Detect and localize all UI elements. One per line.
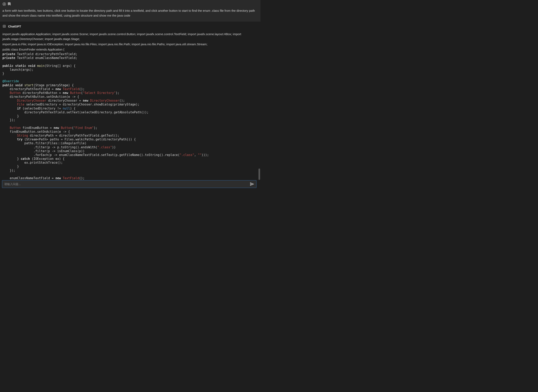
assistant-header: ChatGPT: [2, 24, 258, 28]
svg-rect-2: [3, 25, 5, 28]
user-label: 我: [8, 2, 11, 6]
scrollbar-thumb[interactable]: [258, 168, 260, 180]
assistant-imports1: import javafx.application.Application; i…: [2, 32, 258, 42]
assistant-imports2: import java.io.File; import java.io.IOEx…: [2, 42, 258, 47]
svg-point-1: [4, 3, 5, 4]
send-icon[interactable]: [250, 182, 254, 186]
chatgpt-icon: [2, 24, 6, 28]
assistant-classdecl: public class EnumFinder extends Applicat…: [2, 47, 258, 52]
code-block: private TextField directoryPathTextField…: [2, 52, 258, 184]
user-icon: [2, 2, 6, 6]
input-bar: [2, 180, 257, 188]
user-header: 我: [2, 2, 258, 6]
user-text: a form with two textfields, two buttons,…: [2, 8, 258, 18]
svg-rect-3: [4, 26, 5, 27]
user-message: 我 a form with two textfields, two button…: [0, 0, 261, 22]
assistant-message: ChatGPT import javafx.application.Applic…: [0, 22, 261, 187]
assistant-label: ChatGPT: [8, 25, 21, 28]
message-input[interactable]: [4, 182, 250, 186]
